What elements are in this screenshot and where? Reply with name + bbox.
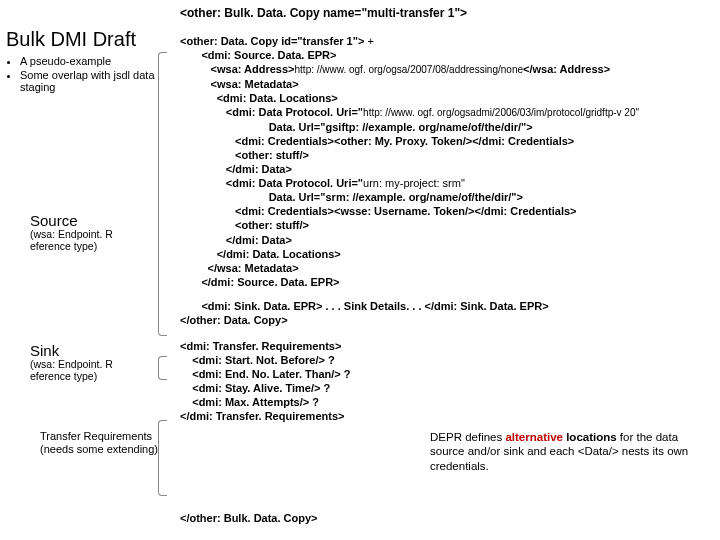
- sink-label: Sink (wsa: Endpoint. R eference type): [30, 342, 150, 382]
- comment-text: DEPR defines alternative locations for t…: [430, 430, 700, 473]
- brace-icon: [158, 52, 167, 336]
- outer-element-tag: <other: Bulk. Data. Copy name="multi-tra…: [180, 6, 467, 20]
- source-subtitle: (wsa: Endpoint. R eference type): [30, 229, 150, 252]
- bullet-item: A pseudo-example: [20, 55, 166, 67]
- slide-title: Bulk DMI Draft: [6, 28, 166, 51]
- bullet-list: A pseudo-example Some overlap with jsdl …: [20, 55, 166, 93]
- closing-tag: </other: Bulk. Data. Copy>: [180, 512, 318, 524]
- xml-code-block: <other: Data. Copy id="transfer 1"> + <d…: [180, 34, 710, 423]
- bullet-item: Some overlap with jsdl data staging: [20, 69, 166, 93]
- brace-icon: [158, 420, 167, 496]
- sink-title: Sink: [30, 342, 150, 359]
- left-column: Bulk DMI Draft A pseudo-example Some ove…: [6, 28, 166, 95]
- source-label: Source (wsa: Endpoint. R eference type): [30, 212, 150, 252]
- transfer-requirements-label: Transfer Requirements (needs some extend…: [40, 430, 160, 456]
- brace-icon: [158, 356, 167, 380]
- sink-subtitle: (wsa: Endpoint. R eference type): [30, 359, 150, 382]
- source-title: Source: [30, 212, 150, 229]
